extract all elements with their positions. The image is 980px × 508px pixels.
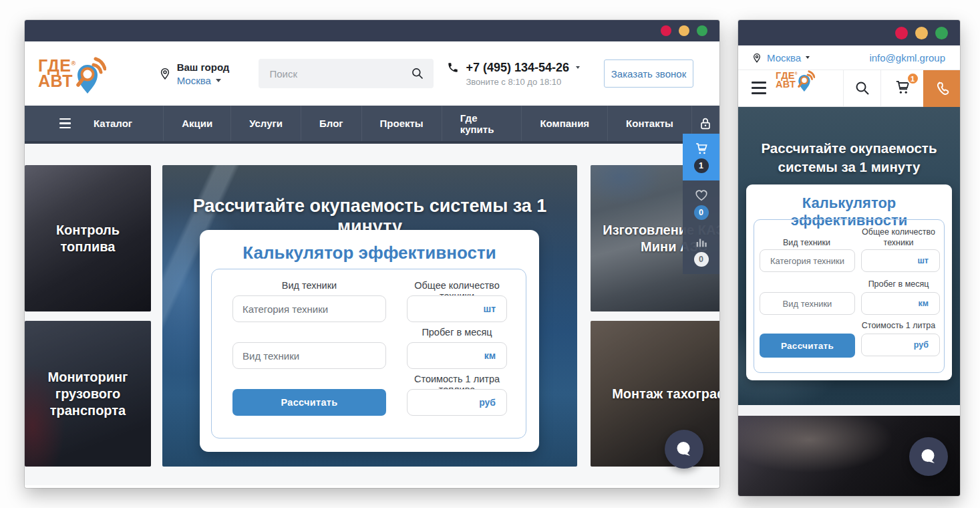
category-field (760, 249, 855, 272)
mileage-field[interactable]: км (861, 292, 940, 315)
nav-item-uslugi[interactable]: Услуги (230, 106, 301, 141)
phone-hours: Звоните с 8:10 до 18:10 (466, 77, 580, 87)
window-close-dot[interactable] (661, 25, 671, 36)
site-logo[interactable]: ГДЕ® АВТ (38, 52, 106, 95)
cart-count-badge: 1 (694, 158, 709, 173)
phone-block: +7 (495) 134-54-26 Звоните с 8:10 до 18:… (447, 61, 580, 87)
search-input[interactable] (259, 59, 434, 88)
lock-icon (698, 116, 713, 131)
type-label: Вид техники (758, 237, 855, 248)
mileage-label: Пробег в месяц (407, 327, 507, 338)
calculator-form: Общее количество техники Вид техники Про… (754, 219, 945, 373)
compare-button[interactable]: 0 (683, 227, 719, 274)
chat-button[interactable] (909, 437, 948, 476)
content-gap (738, 405, 960, 416)
cart-button[interactable]: 1 (683, 134, 719, 180)
desktop-window: ГДЕ® АВТ Ваш город Москв (25, 20, 719, 488)
search-icon (854, 80, 870, 96)
caret-down-icon (216, 79, 221, 82)
mileage-field[interactable]: км (407, 342, 507, 369)
stage: ГДЕ® АВТ Ваш город Москв (0, 0, 980, 508)
nav-item-kompaniya[interactable]: Компания (521, 106, 607, 141)
cart-icon (693, 141, 709, 156)
count-label: Общее количество техники (856, 227, 941, 249)
order-call-button[interactable]: Заказать звонок (604, 59, 693, 88)
category-input[interactable] (233, 296, 385, 322)
mobile-city-selector[interactable]: Москва (752, 51, 810, 64)
type-field (232, 342, 386, 369)
logo-pin-icon (71, 56, 106, 95)
nav-item-gde-kupit[interactable]: Где купить (442, 106, 522, 141)
menu-icon[interactable] (752, 82, 766, 94)
phone-number[interactable]: +7 (495) 134-54-26 (466, 61, 569, 75)
calculate-button[interactable]: Рассчитать (232, 389, 386, 416)
calculator-card: Калькулятор эффективности Вид техники Об… (200, 230, 539, 452)
mobile-header: ГДЕ® АВТ (738, 70, 960, 107)
menu-icon (59, 118, 71, 129)
hero-heading: Рассчитайте окупаемость системы за 1 мин… (738, 139, 960, 176)
tile-cargo-monitoring[interactable]: Мониторинг грузового транспорта (25, 321, 151, 467)
heart-icon (693, 188, 709, 203)
email-link[interactable]: info@gkml.group (869, 52, 945, 64)
chat-icon (919, 447, 939, 467)
calculator-card: Калькулятор эффективности Общее количест… (746, 184, 952, 380)
phone-icon (933, 80, 951, 98)
count-field[interactable]: шт (407, 295, 507, 322)
compare-count-badge: 0 (694, 252, 709, 267)
phone-icon (447, 61, 459, 74)
search-icon[interactable] (411, 67, 424, 80)
compare-icon (693, 235, 709, 249)
desktop-titlebar (25, 20, 719, 41)
caret-down-icon (806, 56, 810, 59)
city-label: Ваш город (177, 61, 230, 73)
nav-item-akcii[interactable]: Акции (163, 106, 230, 141)
desktop-content: Контроль топлива Мониторинг грузового тр… (25, 144, 719, 485)
caret-down-icon (576, 66, 580, 69)
mobile-window: Москва info@gkml.group ГДЕ® АВТ (738, 20, 960, 496)
window-minimize-dot[interactable] (915, 27, 928, 39)
window-minimize-dot[interactable] (679, 25, 689, 36)
favorites-count-badge: 0 (694, 205, 709, 220)
location-pin-icon (752, 51, 762, 64)
window-close-dot[interactable] (895, 27, 908, 39)
favorites-button[interactable]: 0 (683, 180, 719, 227)
calculate-button[interactable]: Рассчитать (760, 334, 855, 358)
mobile-search-button[interactable] (843, 70, 880, 106)
cart-count-badge: 1 (907, 72, 919, 85)
mobile-topbar: Москва info@gkml.group (738, 45, 960, 70)
nav-item-blog[interactable]: Блог (301, 106, 361, 141)
tile-fuel-control[interactable]: Контроль топлива (25, 165, 151, 311)
city-value[interactable]: Москва (177, 75, 230, 86)
nav-item-catalog[interactable]: Каталог (25, 106, 163, 141)
chat-button[interactable] (665, 430, 703, 469)
mobile-cart-button[interactable]: 1 (880, 70, 923, 106)
desktop-header: ГДЕ® АВТ Ваш город Москв (25, 41, 719, 106)
type-input[interactable] (760, 293, 854, 314)
search-box (259, 59, 434, 88)
location-pin-icon (158, 66, 172, 82)
type-input[interactable] (233, 343, 385, 368)
fuel-field[interactable]: руб (407, 389, 507, 416)
category-field (232, 295, 386, 322)
type-field (760, 292, 855, 315)
calculator-title: Калькулятор эффективности (200, 243, 539, 263)
fuel-field[interactable]: руб (861, 334, 940, 356)
nav-item-kontakty[interactable]: Контакты (607, 106, 691, 141)
mobile-hero: Рассчитайте окупаемость системы за 1 мин… (738, 107, 960, 405)
count-field[interactable]: шт (861, 249, 940, 272)
site-logo[interactable]: ГДЕ® АВТ (776, 68, 815, 92)
mileage-label: Пробег в месяц (856, 279, 941, 289)
type-label: Вид техники (232, 280, 386, 291)
logo-pin-icon (795, 70, 815, 92)
hero-banner: Рассчитайте окупаемость системы за 1 мин… (162, 165, 577, 467)
main-nav: Каталог Акции Услуги Блог Проекты Где ку… (25, 106, 719, 144)
window-maximize-dot[interactable] (697, 25, 707, 36)
city-selector[interactable]: Ваш город Москва (158, 61, 230, 86)
mobile-call-button[interactable] (923, 70, 960, 107)
nav-item-proekty[interactable]: Проекты (361, 106, 442, 141)
chat-icon (674, 439, 694, 459)
category-input[interactable] (760, 250, 854, 271)
window-maximize-dot[interactable] (935, 27, 948, 39)
calculator-form: Вид техники Общее количество техники Про… (211, 269, 526, 438)
logo-text: ГДЕ® АВТ (38, 58, 76, 89)
